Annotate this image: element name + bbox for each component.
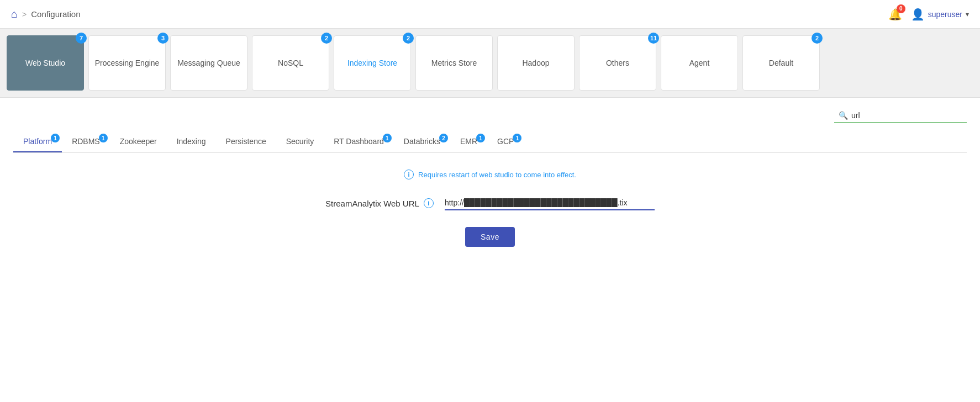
tab-gcp[interactable]: GCP1 [487,131,524,152]
info-row: i Requires restart of web studio to come… [13,170,967,179]
header-right: 🔔 0 👤 superuser ▾ [888,8,969,21]
categories-section: 7Web Studio3Processing EngineMessaging Q… [0,29,980,98]
tab-label-indexing: Indexing [177,137,206,146]
form-label-text: StreamAnalytix Web URL [325,199,419,208]
category-card-others[interactable]: 11Others [579,35,656,91]
search-box: 🔍 [834,109,967,123]
save-button[interactable]: Save [465,227,515,247]
tab-badge-platform: 1 [51,134,60,142]
category-label-messaging-queue: Messaging Queue [177,58,240,68]
tab-badge-rdbms: 1 [99,134,108,142]
category-card-web-studio[interactable]: 7Web Studio [7,35,84,91]
tab-label-zookeeper: Zookeeper [120,137,157,146]
category-badge-web-studio: 7 [76,33,87,44]
user-menu[interactable]: 👤 superuser ▾ [911,8,969,21]
tab-label-platform: Platform [23,137,52,146]
tab-rt-dashboard[interactable]: RT Dashboard1 [324,131,394,152]
tab-label-databricks: Databricks [404,137,440,146]
category-label-indexing-store: Indexing Store [347,58,397,68]
header: ⌂ > Configuration 🔔 0 👤 superuser ▾ [0,0,980,29]
category-card-messaging-queue[interactable]: Messaging Queue [170,35,247,91]
tab-badge-emr: 1 [476,134,485,142]
tab-badge-rt-dashboard: 1 [383,134,392,142]
form-row: StreamAnalytix Web URL i [13,196,967,210]
category-badge-default: 2 [812,33,823,44]
main-content: 🔍 Platform1RDBMS1ZookeeperIndexingPersis… [0,98,980,402]
category-label-nosql: NoSQL [278,58,303,68]
category-card-metrics-store[interactable]: Metrics Store [415,35,493,91]
tab-badge-gcp: 1 [513,134,521,142]
field-info-icon[interactable]: i [424,198,434,208]
tab-badge-databricks: 2 [439,134,448,142]
tab-databricks[interactable]: Databricks2 [394,131,450,152]
category-card-indexing-store[interactable]: 2Indexing Store [334,35,411,91]
category-card-default[interactable]: 2Default [742,35,820,91]
tab-zookeeper[interactable]: Zookeeper [110,131,167,152]
breadcrumb-separator: > [22,10,27,19]
category-card-hadoop[interactable]: Hadoop [497,35,575,91]
home-icon[interactable]: ⌂ [11,8,18,20]
category-card-agent[interactable]: Agent [661,35,738,91]
tab-label-security: Security [286,137,314,146]
notification-badge: 0 [897,4,905,13]
category-badge-indexing-store: 2 [403,33,414,44]
tab-label-gcp: GCP [497,137,514,146]
tab-security[interactable]: Security [276,131,324,152]
category-label-processing-engine: Processing Engine [95,58,160,68]
tab-label-persistence: Persistence [226,137,266,146]
info-message: Requires restart of web studio to come i… [418,171,576,179]
search-row: 🔍 [13,109,967,123]
category-card-nosql[interactable]: 2NoSQL [252,35,329,91]
category-label-hadoop: Hadoop [522,58,549,68]
web-url-input[interactable] [445,196,655,210]
form-label: StreamAnalytix Web URL i [325,198,434,208]
user-icon: 👤 [911,8,925,21]
header-left: ⌂ > Configuration [11,8,81,20]
info-icon: i [404,170,414,179]
chevron-down-icon: ▾ [966,10,969,18]
category-badge-processing-engine: 3 [157,33,168,44]
search-icon: 🔍 [839,111,848,120]
search-input[interactable] [851,111,962,120]
category-label-web-studio: Web Studio [25,58,65,68]
tab-indexing[interactable]: Indexing [167,131,216,152]
tab-emr[interactable]: EMR1 [450,131,487,152]
category-card-processing-engine[interactable]: 3Processing Engine [88,35,166,91]
tab-platform[interactable]: Platform1 [13,131,62,152]
category-label-default: Default [769,58,793,68]
breadcrumb: Configuration [31,9,80,19]
category-badge-nosql: 2 [321,33,332,44]
tab-persistence[interactable]: Persistence [216,131,276,152]
save-row: Save [13,227,967,247]
category-label-metrics-store: Metrics Store [431,58,477,68]
notification-button[interactable]: 🔔 0 [888,8,902,21]
category-label-agent: Agent [689,58,710,68]
tab-rdbms[interactable]: RDBMS1 [62,131,110,152]
category-badge-others: 11 [648,33,659,44]
category-label-others: Others [606,58,629,68]
tab-label-emr: EMR [460,137,477,146]
tab-label-rt-dashboard: RT Dashboard [334,137,384,146]
tab-label-rdbms: RDBMS [72,137,100,146]
tabs-row: Platform1RDBMS1ZookeeperIndexingPersiste… [13,131,967,153]
user-name-label: superuser [928,10,962,19]
